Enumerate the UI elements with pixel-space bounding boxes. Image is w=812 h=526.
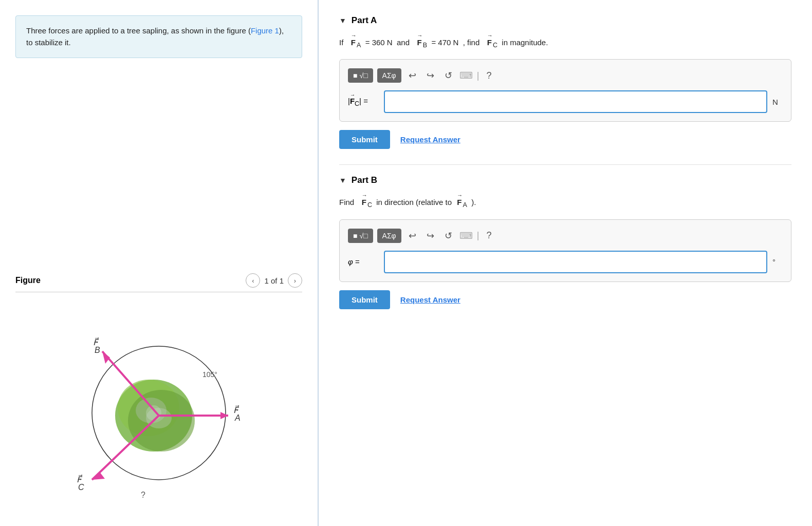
svg-text:→: → [93, 339, 99, 346]
part-b-submit-button[interactable]: Submit [339, 290, 390, 309]
part-b-fa-sub: A [463, 201, 467, 209]
part-b-answer-box: ■ √□ ΑΣφ ↩ ↪ ↺ ⌨ | [339, 219, 791, 282]
part-a-fb-value: = 470 N [431, 38, 458, 47]
svg-text:B: B [95, 346, 100, 354]
figure-link[interactable]: Figure 1 [251, 26, 279, 35]
part-b-actions: Submit Request Answer [339, 290, 791, 309]
part-a-symbol-label: ΑΣφ [382, 71, 396, 80]
part-divider [339, 164, 791, 165]
part-b-keyboard-icon: ⌨ [459, 230, 473, 241]
right-panel: ▼ Part A If → F A = 360 N and → F B = 47… [319, 0, 812, 526]
svg-marker-8 [220, 412, 228, 419]
part-b-symbol-button[interactable]: ΑΣφ [377, 229, 401, 243]
left-panel: Three forces are applied to a tree sapli… [0, 0, 319, 526]
figure-nav: ‹ 1 of 1 › [246, 273, 302, 288]
part-a-separator2: | [477, 70, 479, 81]
figure-title: Figure [15, 276, 41, 285]
part-b-toolbar: ■ √□ ΑΣφ ↩ ↪ ↺ ⌨ | [348, 228, 783, 243]
part-b-question-end: ). [471, 198, 476, 206]
part-b-input-row: φ = ° [348, 251, 783, 273]
part-a-redo-icon: ↪ [427, 70, 434, 81]
part-b-refresh-button[interactable]: ↺ [441, 228, 455, 243]
problem-statement: Three forces are applied to a tree sapli… [15, 15, 302, 58]
svg-text:?: ? [141, 491, 145, 499]
part-a-help-icon: ? [486, 70, 491, 81]
part-a-fb-sub: B [423, 42, 427, 49]
part-b-help-icon: ? [486, 230, 491, 240]
problem-text-before: Three forces are applied to a tree sapli… [26, 26, 251, 35]
part-b-input-label: φ = [348, 257, 379, 266]
svg-text:C: C [78, 483, 84, 492]
part-b-undo-button[interactable]: ↩ [405, 228, 419, 243]
part-a-question: If → F A = 360 N and → F B = 470 N , fin… [339, 36, 791, 51]
part-b-refresh-icon: ↺ [445, 231, 452, 241]
figure-next-button[interactable]: › [288, 273, 302, 288]
part-a-input-label: | → F C| = [348, 97, 379, 107]
part-a-request-answer-button[interactable]: Request Answer [400, 135, 460, 144]
part-b-question-find: Find [339, 198, 354, 206]
part-a-refresh-button[interactable]: ↺ [441, 68, 455, 83]
force-diagram: F⃗ A → F⃗ B → F⃗ C → 105° ? [51, 305, 267, 511]
part-a-undo-icon: ↩ [409, 70, 416, 81]
svg-text:→: → [233, 406, 239, 414]
part-b-request-answer-button[interactable]: Request Answer [400, 295, 460, 304]
part-b-formula-icon: ■ [353, 232, 357, 240]
part-a-header: ▼ Part A [339, 15, 791, 26]
svg-text:105°: 105° [202, 370, 217, 379]
figure-header: Figure ‹ 1 of 1 › [15, 273, 302, 292]
figure-prev-button[interactable]: ‹ [246, 273, 260, 288]
part-b-formula-label: √□ [359, 232, 367, 240]
svg-point-6 [146, 405, 161, 421]
part-a-help-button[interactable]: ? [483, 68, 494, 83]
svg-text:→: → [77, 476, 83, 483]
part-b-formula-button[interactable]: ■ √□ [348, 229, 373, 243]
part-b-header: ▼ Part B [339, 175, 791, 185]
part-b-answer-input[interactable] [384, 251, 767, 273]
part-a-keyboard-icon: ⌨ [459, 70, 473, 81]
part-a-fc-sub: C [493, 42, 497, 49]
part-a-answer-input[interactable] [384, 90, 767, 113]
diagram-container: F⃗ A → F⃗ B → F⃗ C → 105° ? [15, 300, 302, 516]
svg-text:A: A [234, 414, 241, 422]
part-a-question-end: in magnitude. [502, 38, 548, 47]
part-b-title: Part B [352, 175, 377, 185]
part-a-answer-box: ■ √□ ΑΣφ ↩ ↪ ↺ ⌨ | [339, 59, 791, 122]
part-a-title: Part A [352, 15, 377, 26]
part-a-undo-button[interactable]: ↩ [405, 68, 419, 83]
part-a-formula-label: √□ [359, 71, 367, 80]
part-a-formula-button[interactable]: ■ √□ [348, 68, 373, 83]
part-b-fc-sub: C [367, 201, 372, 209]
part-b-redo-icon: ↪ [427, 231, 434, 241]
part-b-unit: ° [772, 257, 783, 266]
figure-area: Figure ‹ 1 of 1 › [15, 273, 302, 516]
part-b-question: Find → F C in direction (relative to → F… [339, 196, 791, 211]
part-a-toolbar: ■ √□ ΑΣφ ↩ ↪ ↺ ⌨ | [348, 68, 783, 83]
part-a-collapse-icon[interactable]: ▼ [339, 16, 346, 25]
part-b-section: ▼ Part B Find → F C in direction (relati… [339, 175, 791, 309]
part-b-redo-button[interactable]: ↪ [423, 228, 437, 243]
part-a-symbol-button[interactable]: ΑΣφ [377, 68, 401, 83]
figure-count: 1 of 1 [264, 276, 284, 285]
part-a-separator: ⌨ [459, 70, 473, 81]
part-b-help-button[interactable]: ? [483, 228, 494, 243]
part-a-formula-icon: ■ [353, 71, 357, 80]
part-a-question-if: If [339, 38, 343, 47]
part-a-redo-button[interactable]: ↪ [423, 68, 437, 83]
part-a-unit: N [772, 98, 783, 106]
part-a-fa-value: = 360 N [365, 38, 393, 47]
part-b-symbol-label: ΑΣφ [382, 232, 396, 240]
part-b-undo-icon: ↩ [409, 231, 416, 241]
part-a-actions: Submit Request Answer [339, 130, 791, 149]
part-a-fa-sub: A [357, 42, 361, 49]
part-a-refresh-icon: ↺ [445, 70, 452, 81]
part-a-submit-button[interactable]: Submit [339, 130, 390, 149]
svg-marker-10 [102, 351, 110, 364]
part-b-question-middle: in direction (relative to [376, 198, 452, 206]
part-a-input-row: | → F C| = N [348, 90, 783, 113]
part-a-section: ▼ Part A If → F A = 360 N and → F B = 47… [339, 15, 791, 149]
part-b-separator: | [477, 230, 479, 241]
part-b-collapse-icon[interactable]: ▼ [339, 176, 346, 184]
